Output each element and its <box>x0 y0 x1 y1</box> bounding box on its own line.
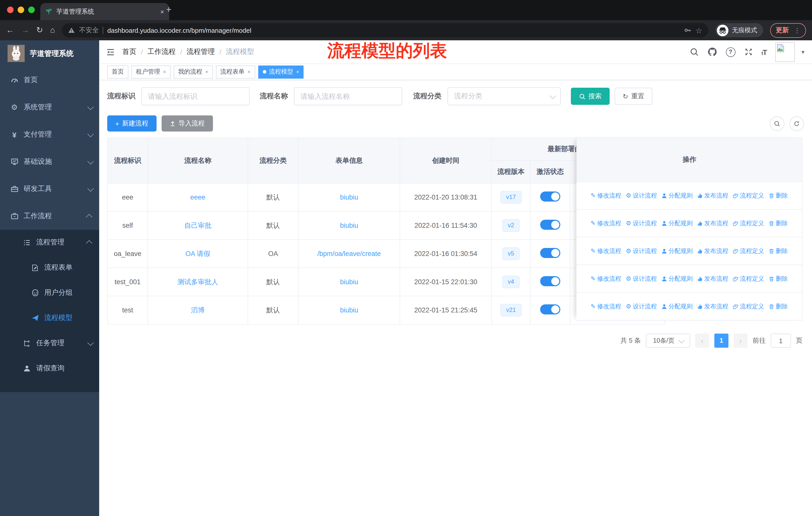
update-button[interactable]: 更新 ⋮ <box>770 23 806 37</box>
minimize-window-button[interactable] <box>18 6 24 13</box>
reset-button[interactable]: ↻ 重置 <box>615 88 652 105</box>
warning-icon[interactable] <box>68 27 75 33</box>
password-key-icon[interactable] <box>684 26 691 34</box>
active-toggle[interactable] <box>540 248 560 258</box>
next-page-button[interactable]: › <box>733 333 748 348</box>
delete-link[interactable]: 删除 <box>769 274 788 283</box>
url-text[interactable]: dashboard.yudao.iocoder.cn/bpm/manager/m… <box>107 26 679 34</box>
form-link[interactable]: biubiu <box>340 222 358 229</box>
form-link[interactable]: biubiu <box>340 278 358 286</box>
version-badge[interactable]: v4 <box>502 276 520 288</box>
refresh-table-button[interactable] <box>789 116 804 131</box>
form-link[interactable]: biubiu <box>340 306 358 314</box>
prev-page-button[interactable]: ‹ <box>695 333 709 348</box>
collapse-sidebar-icon[interactable] <box>106 47 115 57</box>
font-size-icon[interactable]: tT <box>761 48 767 56</box>
import-process-button[interactable]: 导入流程 <box>161 115 213 132</box>
process-name-link[interactable]: 滔博 <box>191 306 205 314</box>
edit-process-link[interactable]: ✎修改流程 <box>590 302 621 311</box>
publish-process-link[interactable]: 发布流程 <box>697 274 728 283</box>
avatar-caret-icon[interactable]: ▼ <box>801 49 806 55</box>
search-button[interactable]: 搜索 <box>571 88 610 105</box>
back-icon[interactable]: ← <box>6 26 14 34</box>
assign-rule-link[interactable]: 分配规则 <box>662 191 693 200</box>
close-icon[interactable]: × <box>163 69 166 75</box>
home-icon[interactable]: ⌂ <box>50 26 55 34</box>
tag-my-process[interactable]: 我的流程 × <box>174 65 213 78</box>
edit-process-link[interactable]: ✎修改流程 <box>590 247 621 255</box>
delete-link[interactable]: 删除 <box>769 219 788 227</box>
new-tab-button[interactable]: + <box>166 4 171 15</box>
sidebar-item-process-management[interactable]: 流程管理 <box>0 230 99 255</box>
process-name-link[interactable]: 测试多审批人 <box>177 278 218 286</box>
close-icon[interactable]: × <box>205 69 208 75</box>
sidebar-item-process-form[interactable]: 流程表单 <box>0 255 99 280</box>
tag-process-model[interactable]: 流程模型 × <box>258 65 304 78</box>
page-size-select[interactable]: 10条/页 <box>646 333 690 348</box>
edit-process-link[interactable]: ✎修改流程 <box>590 191 621 200</box>
delete-link[interactable]: 删除 <box>769 191 788 200</box>
assign-rule-link[interactable]: 分配规则 <box>662 274 693 283</box>
active-toggle[interactable] <box>540 276 560 286</box>
process-name-link[interactable]: OA 请假 <box>185 250 210 257</box>
sidebar-item-process-model[interactable]: 流程模型 <box>0 305 99 331</box>
version-badge[interactable]: v21 <box>501 304 522 317</box>
breadcrumb-process-mgmt[interactable]: 流程管理 <box>187 47 215 56</box>
process-definition-link[interactable]: 流程定义 <box>733 219 764 227</box>
sidebar-item-system[interactable]: ⚙ 系统管理 <box>0 94 99 121</box>
active-toggle[interactable] <box>540 304 560 315</box>
sidebar-item-user-group[interactable]: 用户分组 <box>0 280 99 305</box>
assign-rule-link[interactable]: 分配规则 <box>662 302 693 311</box>
process-key-input[interactable] <box>141 87 250 105</box>
sidebar-item-leave-query[interactable]: 请假查询 <box>0 356 99 381</box>
sidebar-item-infra[interactable]: 基础设施 <box>0 148 99 175</box>
github-icon[interactable] <box>707 47 717 57</box>
process-definition-link[interactable]: 流程定义 <box>733 191 764 200</box>
create-process-button[interactable]: + 新建流程 <box>107 115 156 132</box>
bookmark-star-icon[interactable]: ☆ <box>695 26 702 34</box>
design-process-link[interactable]: ⚙设计流程 <box>626 191 657 200</box>
assign-rule-link[interactable]: 分配规则 <box>662 247 693 255</box>
reload-icon[interactable]: ↻ <box>36 26 43 34</box>
version-badge[interactable]: v2 <box>502 219 520 232</box>
breadcrumb-home[interactable]: 首页 <box>122 47 137 56</box>
process-name-input[interactable] <box>294 87 402 105</box>
avatar[interactable] <box>775 42 795 62</box>
sidebar-item-payment[interactable]: ¥ 支付管理 <box>0 121 99 148</box>
close-icon[interactable]: × <box>296 69 299 75</box>
edit-process-link[interactable]: ✎修改流程 <box>590 274 621 283</box>
process-definition-link[interactable]: 流程定义 <box>733 274 764 283</box>
toggle-search-button[interactable] <box>770 116 784 131</box>
current-page-button[interactable]: 1 <box>714 333 728 348</box>
process-name-link[interactable]: 自己审批 <box>184 221 211 229</box>
close-window-button[interactable] <box>7 6 13 13</box>
active-toggle[interactable] <box>540 191 560 201</box>
process-name-link[interactable]: eeee <box>190 193 205 201</box>
browser-tab[interactable]: 芋道管理系统 × <box>40 3 169 20</box>
tag-tenant[interactable]: 租户管理 × <box>132 65 171 78</box>
tab-close-icon[interactable]: × <box>160 8 164 16</box>
goto-page-input[interactable] <box>771 333 791 348</box>
sidebar-item-workflow[interactable]: 工作流程 <box>0 202 99 230</box>
browser-menu-dots-icon[interactable]: ⋮ <box>794 26 801 34</box>
publish-process-link[interactable]: 发布流程 <box>697 219 728 227</box>
design-process-link[interactable]: ⚙设计流程 <box>626 219 657 227</box>
form-link[interactable]: /bpm/oa/leave/create <box>317 250 381 257</box>
window-controls[interactable] <box>7 6 35 13</box>
edit-process-link[interactable]: ✎修改流程 <box>590 219 621 227</box>
publish-process-link[interactable]: 发布流程 <box>697 191 728 200</box>
help-icon[interactable]: ? <box>726 47 735 57</box>
maximize-window-button[interactable] <box>28 6 35 13</box>
sidebar-item-devtools[interactable]: 研发工具 <box>0 175 99 202</box>
design-process-link[interactable]: ⚙设计流程 <box>626 274 657 283</box>
design-process-link[interactable]: ⚙设计流程 <box>626 302 657 311</box>
tag-process-form[interactable]: 流程表单 × <box>216 65 255 78</box>
delete-link[interactable]: 删除 <box>769 302 788 311</box>
form-link[interactable]: biubiu <box>340 193 358 201</box>
assign-rule-link[interactable]: 分配规则 <box>662 219 693 227</box>
sidebar-item-home[interactable]: 首页 <box>0 66 99 94</box>
breadcrumb-workflow[interactable]: 工作流程 <box>147 47 176 56</box>
search-icon[interactable] <box>689 47 698 56</box>
address-bar[interactable]: 不安全 dashboard.yudao.iocoder.cn/bpm/manag… <box>62 23 708 37</box>
active-toggle[interactable] <box>540 220 560 230</box>
